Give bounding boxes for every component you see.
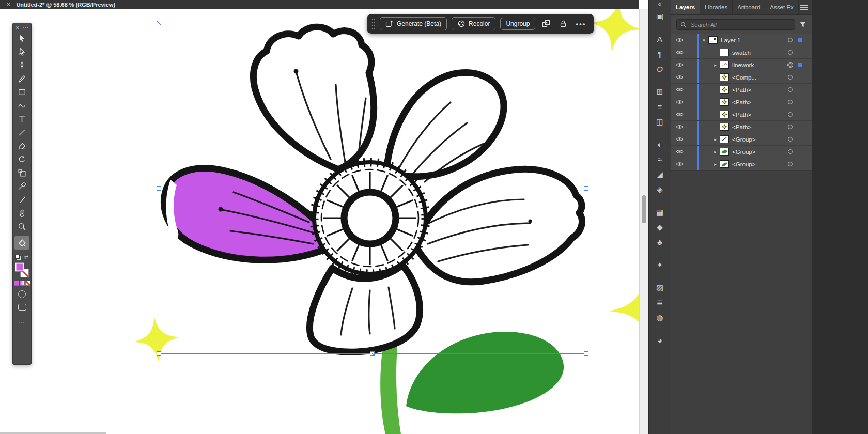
selection-handle-top-left[interactable] (157, 21, 161, 25)
layer-name[interactable]: <Path> (732, 99, 751, 105)
gradient-panel-icon[interactable]: ◢ (652, 167, 668, 182)
lock-column[interactable] (684, 96, 696, 108)
more-options-icon[interactable]: ••• (574, 20, 587, 28)
selection-handle-bottom-middle[interactable] (370, 351, 375, 356)
taskbar-grabber[interactable] (371, 18, 375, 29)
live-paint-bucket-tool[interactable] (14, 236, 29, 250)
none-mode-icon[interactable] (25, 281, 30, 286)
disclosure-right-icon[interactable]: ▸ (712, 137, 719, 142)
color-panel-icon[interactable]: ◐ (652, 137, 668, 152)
target-circle-icon[interactable] (788, 87, 793, 92)
disclosure-right-icon[interactable]: ▸ (712, 149, 719, 154)
pen-tool[interactable] (14, 58, 29, 72)
swatches-panel-icon[interactable]: ▦ (652, 205, 668, 220)
target-circle-icon[interactable] (788, 38, 793, 42)
lock-column[interactable] (684, 146, 696, 158)
visibility-toggle-eye-icon[interactable] (676, 50, 684, 55)
direct-selection-tool[interactable] (14, 45, 29, 58)
ungroup-button[interactable]: Ungroup (500, 18, 535, 30)
character-panel-icon[interactable]: A (652, 32, 668, 47)
visibility-toggle-eye-icon[interactable] (676, 74, 684, 80)
visibility-toggle-eye-icon[interactable] (676, 87, 684, 92)
paragraph-panel-icon[interactable]: ¶ (652, 47, 668, 61)
stem-shape[interactable] (380, 347, 401, 434)
visibility-toggle-eye-icon[interactable] (676, 136, 684, 142)
line-segment-tool[interactable] (14, 126, 29, 139)
lock-column[interactable] (684, 47, 696, 58)
layer-row-comp[interactable]: <Comp... (671, 71, 812, 84)
stroke-panel-icon[interactable]: ≣ (652, 295, 668, 310)
group-icon[interactable] (540, 18, 552, 30)
lock-column[interactable] (684, 71, 696, 83)
layer-name[interactable]: <Group> (732, 149, 755, 155)
rectangle-tool[interactable] (14, 85, 29, 99)
visibility-toggle-eye-icon[interactable] (676, 149, 684, 154)
visibility-toggle-eye-icon[interactable] (676, 99, 684, 105)
lock-column[interactable] (684, 121, 696, 133)
horizontal-scrollbar[interactable] (0, 432, 106, 434)
color-guide-panel-icon[interactable]: ≈ (652, 152, 668, 167)
layer-row-group[interactable]: ▸<Group> (671, 158, 812, 171)
transform-panel-icon[interactable]: ⊞ (652, 84, 668, 99)
panel-menu-icon[interactable] (800, 5, 808, 10)
lock-icon[interactable] (557, 18, 569, 30)
visibility-toggle-eye-icon[interactable] (676, 62, 684, 68)
symbols-panel-icon[interactable]: ♣ (652, 235, 668, 250)
layer-name[interactable]: <Path> (732, 124, 751, 130)
toolbar-more-icon[interactable]: … (19, 318, 25, 325)
selection-handle-middle-right[interactable] (584, 186, 588, 191)
default-fill-stroke-icon[interactable] (16, 255, 21, 260)
pattern-panel-icon[interactable]: ▨ (652, 280, 668, 295)
selection-handle-middle-left[interactable] (157, 186, 161, 191)
layer-row-path[interactable]: <Path> (671, 109, 812, 121)
search-input[interactable] (690, 21, 791, 28)
layer-row-group[interactable]: ▸<Group> (671, 146, 812, 158)
selection-indicator[interactable] (798, 63, 802, 67)
visibility-toggle-eye-icon[interactable] (676, 161, 684, 167)
tab-layers[interactable]: Layers (671, 0, 700, 14)
visibility-toggle-eye-icon[interactable] (676, 124, 684, 130)
layer-row-path[interactable]: <Path> (671, 121, 812, 133)
curvature-tool[interactable] (14, 72, 29, 85)
target-circle-icon[interactable] (788, 100, 793, 104)
toolbar-grip[interactable] (22, 27, 28, 29)
eraser-tool[interactable] (14, 139, 29, 152)
rotate-tool[interactable] (14, 152, 29, 166)
transparency-panel-icon[interactable]: ◍ (652, 310, 668, 325)
generate-beta-button[interactable]: Generate (Beta) (380, 17, 447, 30)
close-document-icon[interactable]: ✕ (6, 2, 10, 7)
swap-fill-stroke-icon[interactable]: ⇄ (24, 255, 28, 260)
tab-artboard[interactable]: Artboard (733, 0, 765, 14)
target-selected-icon[interactable] (787, 62, 793, 68)
selection-handle-bottom-right[interactable] (584, 351, 588, 356)
target-circle-icon[interactable] (788, 149, 793, 154)
layer-name[interactable]: Layer 1 (721, 37, 740, 43)
search-box[interactable] (676, 19, 795, 30)
target-circle-icon[interactable] (788, 137, 793, 142)
3d-panel-icon[interactable]: ◈ (652, 182, 668, 197)
lock-column[interactable] (684, 34, 696, 46)
disclosure-right-icon[interactable]: ▸ (712, 162, 719, 167)
lock-column[interactable] (684, 84, 696, 96)
recolor-button[interactable]: Recolor (452, 17, 495, 30)
paintbrush-tool[interactable] (14, 193, 29, 206)
selection-handle-bottom-left[interactable] (157, 351, 161, 356)
layer-name[interactable]: <Group> (732, 136, 755, 143)
tab-asset-ex[interactable]: Asset Ex (765, 0, 798, 14)
lock-column[interactable] (684, 158, 696, 170)
layer-name[interactable]: <Group> (732, 161, 755, 167)
layer-row-group[interactable]: ▸<Group> (671, 133, 812, 146)
layer-name[interactable]: <Path> (732, 87, 751, 93)
pathfinder-panel-icon[interactable]: ◫ (652, 114, 668, 129)
canvas[interactable] (0, 0, 639, 434)
target-circle-icon[interactable] (788, 125, 793, 129)
visibility-toggle-eye-icon[interactable] (676, 112, 684, 117)
target-circle-icon[interactable] (788, 75, 793, 80)
opentype-panel-icon[interactable]: O (652, 61, 668, 76)
lock-column[interactable] (684, 133, 696, 145)
appearance-panel-icon[interactable]: ◕ (652, 333, 668, 348)
layer-name[interactable]: <Comp... (732, 74, 756, 81)
layer-row-path[interactable]: <Path> (671, 84, 812, 96)
target-circle-icon[interactable] (788, 50, 793, 55)
selection-bounding-box[interactable] (159, 23, 586, 354)
